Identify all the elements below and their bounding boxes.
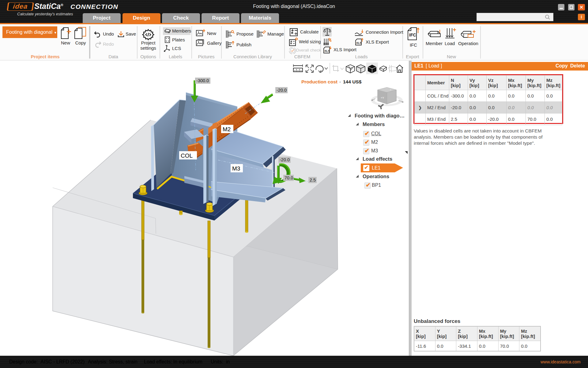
svg-text:-20.0: -20.0 bbox=[277, 88, 287, 93]
svg-text:-: - bbox=[339, 79, 341, 84]
svg-text:+Y: +Y bbox=[381, 96, 384, 99]
svg-text:144 US$: 144 US$ bbox=[343, 79, 362, 84]
svg-text:XLS: XLS bbox=[324, 49, 330, 52]
svg-text:2.5: 2.5 bbox=[310, 178, 316, 182]
svg-text:IFC: IFC bbox=[409, 33, 416, 37]
svg-text:-20.0: -20.0 bbox=[280, 157, 290, 162]
svg-text:M3: M3 bbox=[232, 165, 240, 172]
svg-text:70.0: 70.0 bbox=[285, 175, 293, 180]
svg-text:XLS: XLS bbox=[356, 41, 362, 44]
svg-text:Production cost: Production cost bbox=[301, 79, 337, 84]
svg-text:-300.0: -300.0 bbox=[196, 78, 209, 83]
svg-text:M2: M2 bbox=[223, 126, 231, 132]
svg-text:COL: COL bbox=[181, 152, 193, 159]
